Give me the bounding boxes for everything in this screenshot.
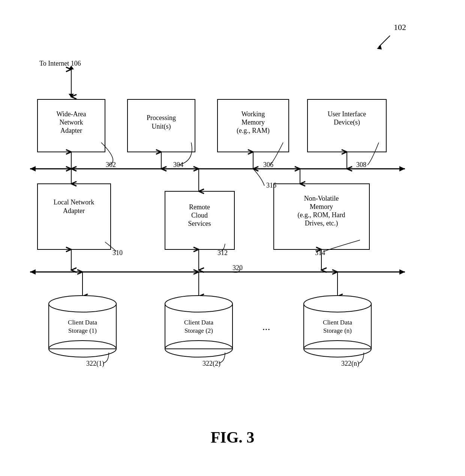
svg-text:Network: Network bbox=[60, 119, 83, 126]
processing-label: Processing bbox=[147, 114, 176, 122]
svg-text:Unit(s): Unit(s) bbox=[152, 123, 171, 131]
ref-310: 310 bbox=[112, 249, 123, 257]
svg-text:(e.g., RAM): (e.g., RAM) bbox=[237, 127, 270, 135]
ref-3222: 322(2) bbox=[202, 360, 220, 368]
svg-text:Adapter: Adapter bbox=[63, 207, 85, 215]
svg-marker-33 bbox=[30, 269, 36, 275]
wide-area-label: Wide-Area bbox=[56, 110, 86, 118]
working-memory-label: Working bbox=[242, 110, 265, 118]
internet-label: To Internet 106 bbox=[39, 60, 81, 67]
svg-text:Services: Services bbox=[188, 220, 211, 227]
ref-102: 102 bbox=[394, 23, 406, 32]
figure-label: FIG. 3 bbox=[211, 429, 255, 446]
client1-label: Client Data bbox=[68, 319, 97, 326]
svg-text:Memory: Memory bbox=[242, 119, 265, 126]
svg-text:Storage (1): Storage (1) bbox=[68, 327, 97, 334]
ellipsis: ... bbox=[262, 321, 270, 332]
svg-text:Drives, etc.): Drives, etc.) bbox=[305, 219, 338, 227]
clientn-label: Client Data bbox=[323, 319, 352, 326]
ref-3221: 322(1) bbox=[86, 360, 104, 368]
svg-text:Memory: Memory bbox=[310, 203, 333, 210]
svg-text:Adapter: Adapter bbox=[60, 127, 82, 134]
ref-314: 314 bbox=[315, 249, 325, 257]
ref-322n: 322(n) bbox=[341, 360, 359, 368]
remote-cloud-label: Remote bbox=[189, 203, 210, 211]
ref-320: 320 bbox=[232, 264, 243, 272]
svg-text:Storage (2): Storage (2) bbox=[184, 327, 213, 334]
svg-text:Device(s): Device(s) bbox=[334, 119, 360, 126]
clientn-label2: Storage (n) bbox=[323, 327, 352, 334]
svg-marker-1 bbox=[377, 45, 382, 50]
diagram-container: 102 To Internet 106 Wide-Area Network Ad… bbox=[0, 0, 465, 476]
client2-cylinder-top bbox=[165, 296, 232, 312]
svg-text:(e.g., ROM, Hard: (e.g., ROM, Hard bbox=[298, 211, 345, 219]
svg-marker-34 bbox=[399, 269, 405, 275]
user-interface-label: User Interface bbox=[328, 110, 366, 118]
client2-label: Client Data bbox=[184, 319, 213, 326]
client1-cylinder-top bbox=[49, 296, 116, 312]
ref-308: 308 bbox=[356, 161, 366, 168]
local-network-label: Local Network bbox=[54, 198, 94, 206]
ref-304: 304 bbox=[173, 161, 183, 168]
svg-marker-15 bbox=[399, 166, 405, 171]
ref-306: 306 bbox=[263, 161, 273, 168]
svg-text:Cloud: Cloud bbox=[191, 212, 208, 219]
svg-marker-14 bbox=[30, 166, 36, 171]
ref-316: 316 bbox=[266, 182, 276, 189]
ref-302: 302 bbox=[106, 161, 116, 168]
non-volatile-label: Non-Volatile bbox=[304, 195, 339, 202]
clientn-cylinder-top bbox=[304, 296, 371, 312]
local-network-box bbox=[38, 184, 111, 249]
